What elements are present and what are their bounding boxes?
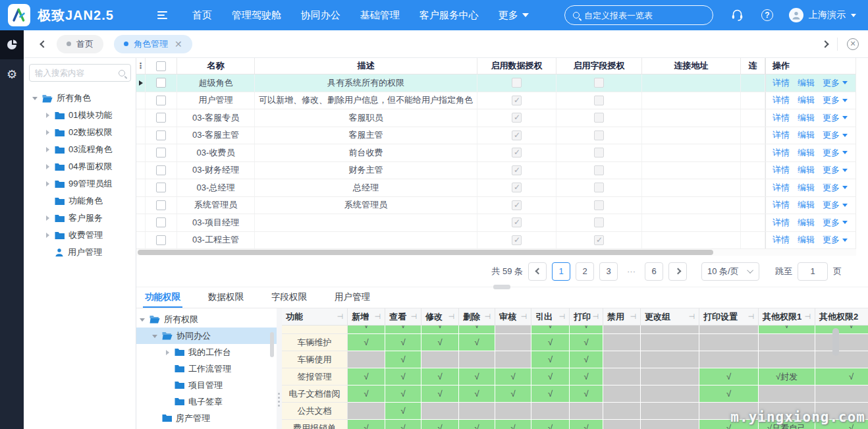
tabs-scroll-right-icon[interactable] <box>821 40 828 47</box>
perm-allow-cell[interactable]: √ <box>531 326 570 334</box>
perm-tree-node-2[interactable]: 协同办公 <box>136 328 277 344</box>
pin-column-icon[interactable]: ⊣ <box>448 312 454 321</box>
perm-deny-cell[interactable] <box>815 334 868 351</box>
nav-item-5[interactable]: 客户服务中心 <box>420 9 479 22</box>
perm-allow-cell[interactable]: √ <box>421 334 459 351</box>
expander-closed-icon[interactable] <box>44 129 52 136</box>
user-menu[interactable]: 上海演示 <box>789 8 856 22</box>
perm-deny-cell[interactable] <box>641 326 699 334</box>
perm-deny-cell[interactable] <box>603 326 641 334</box>
pin-column-icon[interactable]: ⊣ <box>484 312 491 321</box>
detail-link[interactable]: 详情 <box>773 164 790 176</box>
open-tab-2[interactable]: 角色管理✕ <box>114 35 192 53</box>
perm-allow-cell[interactable]: √ <box>421 326 459 334</box>
row-checkbox[interactable] <box>156 165 166 175</box>
col-header-1[interactable]: 名称 <box>177 58 255 74</box>
edit-link[interactable]: 编辑 <box>798 199 815 211</box>
perm-allow-cell[interactable]: √ <box>459 386 495 403</box>
perm-deny-cell[interactable] <box>531 403 570 420</box>
global-search[interactable] <box>564 5 713 25</box>
perm-col-header-1[interactable]: 功能⊣ <box>282 308 348 325</box>
perm-deny-cell[interactable] <box>699 351 759 368</box>
perm-allow-cell[interactable]: √ <box>421 386 459 403</box>
more-link[interactable]: 更多 <box>823 77 848 89</box>
perm-allow-cell[interactable]: √ <box>348 386 385 403</box>
perm-deny-cell[interactable] <box>815 386 868 403</box>
perm-allow-cell[interactable]: √ <box>570 351 603 368</box>
role-tree-node-3[interactable]: 02数据权限 <box>29 124 131 141</box>
role-row-7[interactable]: 03-总经理总经理详情编辑更多 <box>136 179 855 197</box>
pin-column-icon[interactable]: ⊣ <box>747 312 754 321</box>
perm-deny-cell[interactable] <box>815 351 868 368</box>
perm-deny-cell[interactable] <box>641 351 699 368</box>
perm-deny-cell[interactable] <box>495 334 531 351</box>
perm-allow-cell[interactable]: √ <box>759 326 815 334</box>
row-select-cell[interactable] <box>146 214 177 231</box>
pin-column-icon[interactable]: ⊣ <box>688 312 695 321</box>
detail-link[interactable]: 详情 <box>773 199 790 211</box>
nav-item-1[interactable]: 首页 <box>192 9 212 22</box>
more-link[interactable]: 更多 <box>823 94 848 106</box>
expander-closed-icon[interactable] <box>44 111 52 119</box>
next-page-button[interactable] <box>668 262 687 281</box>
role-tree-node-2[interactable]: 01模块功能 <box>29 107 131 124</box>
edit-link[interactable]: 编辑 <box>798 164 815 176</box>
perm-tree-node-3[interactable]: 我的工作台 <box>136 344 277 360</box>
roles-hscrollbar-thumb[interactable] <box>138 250 713 255</box>
perm-tree-node-7[interactable]: 房产管理 <box>136 410 277 426</box>
checkbox-icon[interactable] <box>156 61 166 71</box>
perm-deny-cell[interactable] <box>459 403 495 420</box>
perm-tab-4[interactable]: 用户管理 <box>333 287 372 308</box>
perm-allow-cell[interactable]: √ <box>699 386 759 403</box>
perm-col-header-3[interactable]: 查看⊣ <box>385 308 421 325</box>
row-select-cell[interactable] <box>146 197 177 214</box>
row-select-cell[interactable] <box>146 74 177 92</box>
perm-allow-cell[interactable]: √ <box>385 368 421 386</box>
pin-column-icon[interactable]: ⊣ <box>592 312 599 321</box>
settings-gear-icon[interactable]: ⚙ <box>0 59 24 88</box>
tab-close-icon[interactable]: ✕ <box>175 39 182 49</box>
row-checkbox[interactable] <box>156 217 166 227</box>
perm-tab-3[interactable]: 字段权限 <box>269 287 309 308</box>
tree-search-input[interactable] <box>35 69 114 78</box>
more-link[interactable]: 更多 <box>823 112 848 124</box>
expander-closed-icon[interactable] <box>44 146 52 154</box>
perm-col-header-7[interactable]: 引出⊣ <box>531 308 570 325</box>
expander-closed-icon[interactable] <box>44 163 52 171</box>
detail-link[interactable]: 详情 <box>773 182 790 194</box>
select-all-checkbox[interactable] <box>146 58 177 74</box>
page-button-1[interactable]: 1 <box>552 262 570 281</box>
more-link[interactable]: 更多 <box>823 182 848 194</box>
pin-column-icon[interactable]: ⊣ <box>520 312 527 321</box>
pin-column-icon[interactable]: ⊣ <box>558 312 565 321</box>
edit-link[interactable]: 编辑 <box>798 147 815 159</box>
perm-tree-node-1[interactable]: 所有权限 <box>136 311 277 328</box>
role-row-3[interactable]: 03-客服专员客服职员详情编辑更多 <box>136 109 855 127</box>
pin-column-icon[interactable]: ⊣ <box>337 312 343 321</box>
perm-col-header-9[interactable]: 禁用⊣ <box>603 308 641 325</box>
service-headset-icon[interactable] <box>730 9 744 22</box>
perm-deny-cell[interactable] <box>759 351 815 368</box>
perm-deny-cell[interactable] <box>603 403 641 420</box>
perm-deny-cell[interactable] <box>421 403 459 420</box>
perm-tree-node-8[interactable]: 客户关系管理 <box>136 426 277 429</box>
row-select-cell[interactable] <box>146 232 177 249</box>
row-checkbox[interactable] <box>156 235 166 245</box>
edit-link[interactable]: 编辑 <box>798 94 815 106</box>
tree-search[interactable] <box>29 64 131 82</box>
perm-allow-cell[interactable]: √ <box>531 386 570 403</box>
row-checkbox[interactable] <box>156 148 166 157</box>
col-header-2[interactable]: 描述 <box>255 58 477 74</box>
detail-link[interactable]: 详情 <box>773 129 790 141</box>
perm-allow-cell[interactable]: √ <box>459 420 495 429</box>
perm-allow-cell[interactable]: √ <box>459 368 495 386</box>
col-header-3[interactable]: 启用数据授权 <box>477 58 556 74</box>
perm-deny-cell[interactable] <box>759 386 815 403</box>
perm-allow-cell[interactable]: √ <box>570 326 603 334</box>
perm-allow-cell[interactable]: √ <box>385 420 421 429</box>
role-row-2[interactable]: 用户管理可以新增、修改、删除用户信息，但不能给用户指定角色详情编辑更多 <box>136 92 855 110</box>
app-logo[interactable] <box>8 4 30 26</box>
perm-allow-cell[interactable]: √ <box>531 351 570 368</box>
role-row-6[interactable]: 03-财务经理财务主管详情编辑更多 <box>136 162 855 180</box>
perm-allow-cell[interactable]: √ <box>348 368 385 386</box>
